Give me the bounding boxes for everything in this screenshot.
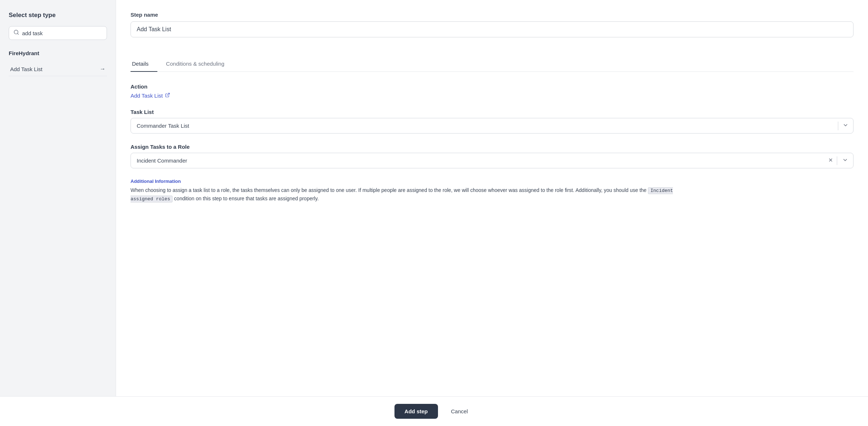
assign-role-label: Assign Tasks to a Role: [131, 144, 853, 150]
role-chevron-button[interactable]: [837, 154, 853, 167]
assign-role-section: Assign Tasks to a Role Incident Commande…: [131, 144, 853, 168]
svg-line-1: [17, 33, 18, 34]
additional-info-title: Additional Information: [131, 179, 853, 184]
footer: Add step Cancel: [0, 396, 868, 426]
task-list-select[interactable]: Commander Task List: [131, 118, 853, 134]
tab-conditions-scheduling[interactable]: Conditions & scheduling: [165, 56, 233, 72]
tabs: Details Conditions & scheduling: [131, 56, 853, 72]
external-link-icon: [165, 93, 170, 99]
main-content: Step name Details Conditions & schedulin…: [116, 0, 868, 396]
action-section: Action Add Task List: [131, 83, 853, 99]
additional-info-text: When choosing to assign a task list to a…: [131, 186, 853, 203]
step-name-label: Step name: [131, 12, 853, 18]
add-step-button[interactable]: Add step: [394, 404, 438, 419]
svg-line-2: [167, 93, 169, 95]
sidebar-item-label: Add Task List: [10, 66, 42, 72]
sidebar-title: Select step type: [9, 12, 107, 19]
role-select-value[interactable]: Incident Commander: [131, 153, 824, 168]
sidebar-section-title: FireHydrant: [9, 50, 107, 56]
search-input[interactable]: [22, 30, 102, 36]
cancel-button[interactable]: Cancel: [445, 404, 474, 419]
sidebar: Select step type FireHydrant Add Task Li…: [0, 0, 116, 396]
action-link[interactable]: Add Task List: [131, 93, 853, 99]
role-clear-button[interactable]: [824, 155, 837, 167]
additional-info-text-before: When choosing to assign a task list to a…: [131, 187, 648, 193]
additional-info-section: Additional Information When choosing to …: [131, 179, 853, 203]
task-list-select-wrapper: Commander Task List: [131, 118, 853, 134]
step-name-input[interactable]: [131, 21, 853, 37]
task-list-label: Task List: [131, 109, 853, 115]
search-box: [9, 26, 107, 40]
action-link-text: Add Task List: [131, 93, 163, 99]
additional-info-text-after: condition on this step to ensure that ta…: [173, 196, 319, 201]
role-select-wrapper: Incident Commander: [131, 153, 853, 168]
task-list-section: Task List Commander Task List: [131, 109, 853, 134]
step-name-section: Step name: [131, 12, 853, 46]
sidebar-item-add-task-list[interactable]: Add Task List →: [9, 62, 107, 76]
action-label: Action: [131, 83, 853, 90]
search-icon: [13, 29, 19, 37]
arrow-right-icon: →: [100, 66, 106, 72]
tab-details[interactable]: Details: [131, 56, 157, 72]
